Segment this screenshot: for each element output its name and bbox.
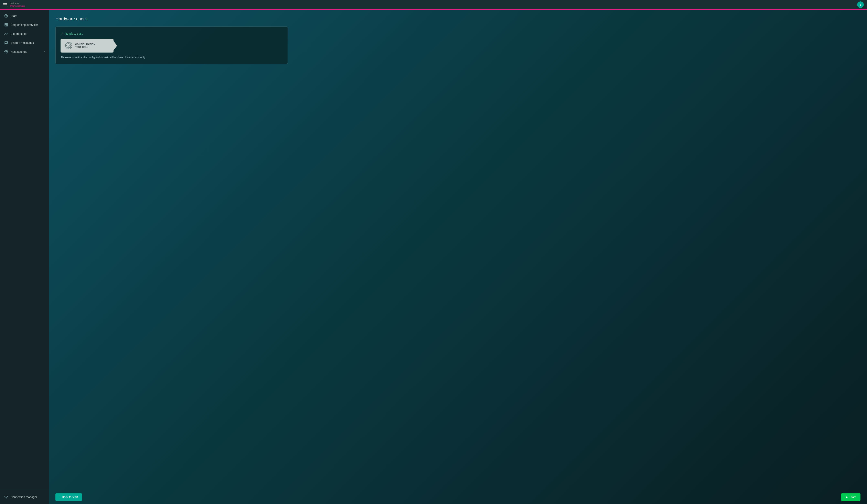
svg-line-16 [70,47,71,48]
content-body: Hardware check ✓ Ready to start [49,10,867,490]
message-square-icon [4,41,8,45]
ready-badge: ✓ Ready to start [61,32,283,35]
chevron-left-icon: ‹ [60,496,60,498]
sidebar-item-start[interactable]: Start [0,11,49,20]
settings-icon [4,50,8,54]
sidebar-item-label: Experiments [11,32,26,35]
sidebar-item-label: Start [11,14,17,18]
content-area: Hardware check ✓ Ready to start [49,10,867,504]
svg-line-17 [70,43,71,44]
brand: minknow ont-minknow.xxx [10,2,25,7]
insert-note: Please ensure that the configuration tes… [61,56,283,59]
topbar: minknow ont-minknow.xxx S [0,0,867,10]
svg-line-18 [66,47,67,48]
content-footer: ‹ Back to start ▶ Start [49,490,867,504]
back-to-start-button[interactable]: ‹ Back to start [55,493,82,501]
sidebar-item-connection-manager[interactable]: Connection manager [0,493,49,502]
sidebar-item-host-settings[interactable]: Host settings › [0,47,49,56]
sidebar-footer: Connection manager [0,490,49,504]
config-test-cell: CONFIGURATIONTEST CELL [61,39,114,53]
svg-rect-2 [5,23,6,24]
sidebar: Start Sequencing overview [0,10,49,504]
svg-point-7 [6,498,6,498]
svg-point-1 [6,15,7,17]
sidebar-item-sequencing-overview[interactable]: Sequencing overview [0,20,49,29]
sidebar-nav: Start Sequencing overview [0,10,49,490]
topbar-left: minknow ont-minknow.xxx [3,2,25,7]
svg-rect-4 [5,25,6,26]
sidebar-item-system-messages[interactable]: System messages [0,38,49,47]
svg-rect-3 [7,23,8,24]
svg-point-10 [68,45,69,46]
brand-name: minknow [10,2,25,5]
config-cell-label: CONFIGURATIONTEST CELL [75,43,95,49]
circle-dot-icon [4,14,8,18]
svg-rect-5 [7,25,8,26]
svg-point-6 [6,51,7,52]
sidebar-item-label: Connection manager [11,495,37,499]
brand-sub: ont-minknow.xxx [10,5,25,7]
grid-icon [4,23,8,27]
page-title: Hardware check [55,16,860,22]
play-icon: ▶ [846,496,848,498]
sidebar-item-label: System messages [11,41,34,44]
topbar-right: S [857,1,864,8]
sidebar-item-label: Sequencing overview [11,23,38,26]
sidebar-item-experiments[interactable]: Experiments [0,29,49,38]
back-button-label: Back to start [62,495,78,499]
ready-label: Ready to start [65,32,83,35]
menu-button[interactable] [3,3,7,6]
wifi-icon [4,495,8,499]
svg-point-9 [67,44,71,48]
sidebar-item-label: Host settings [11,50,27,53]
cell-gear-icon [65,42,73,50]
avatar[interactable]: S [857,1,864,8]
start-button[interactable]: ▶ Start [841,493,860,501]
trending-up-icon [4,32,8,36]
hardware-check-card: ✓ Ready to start [55,26,288,64]
svg-line-15 [66,43,67,44]
start-button-label: Start [849,495,856,499]
chevron-right-icon: › [44,50,45,53]
main-layout: Start Sequencing overview [0,10,867,504]
check-icon: ✓ [61,32,63,35]
